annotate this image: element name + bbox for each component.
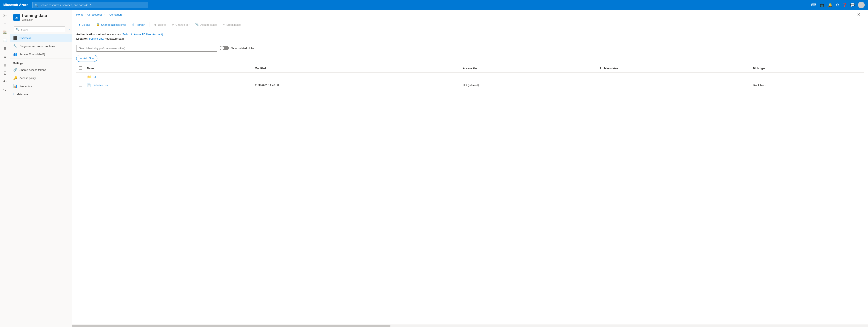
change-tier-icon: ⇄ <box>172 23 174 27</box>
nav-item-metadata-label: Metadata <box>17 93 28 96</box>
sidebar-favorites-icon[interactable]: ★ <box>1 53 9 61</box>
sidebar-create-icon[interactable]: ＋ <box>1 20 9 27</box>
nav-item-iam[interactable]: 👥 Access Control (IAM) <box>10 50 72 58</box>
close-button[interactable]: ✕ <box>854 12 864 17</box>
break-lease-label: Break lease <box>226 23 241 26</box>
archive-status-cell-1 <box>597 72 750 81</box>
iam-icon: 👥 <box>13 52 18 56</box>
breadcrumb-containers[interactable]: Containers <box>110 13 123 16</box>
row-checkbox-1[interactable] <box>79 75 82 78</box>
refresh-label: Refresh <box>136 23 145 26</box>
breadcrumb-home[interactable]: Home <box>76 13 84 16</box>
sidebar-appservices-icon[interactable]: ⊞ <box>1 61 9 69</box>
avatar[interactable] <box>858 2 865 8</box>
add-filter-icon: ⊕ <box>80 57 82 60</box>
blob-table: Name Modified Access tier Archive status <box>76 64 864 89</box>
break-lease-button[interactable]: ✂ Break lease <box>220 21 243 28</box>
sidebar-sql-icon[interactable]: 🗄 <box>1 70 9 77</box>
metadata-icon: ℹ <box>13 92 14 96</box>
location-label: Location: <box>76 37 89 40</box>
col-access-tier[interactable]: Access tier <box>460 64 597 72</box>
refresh-button[interactable]: ↺ Refresh <box>129 21 148 28</box>
container-icon: ☁ <box>15 16 18 19</box>
sidebar-allresources-icon[interactable]: ☰ <box>1 45 9 52</box>
change-tier-button[interactable]: ⇄ Change tier <box>169 21 192 28</box>
switch-to-ad-link[interactable]: (Switch to Azure AD User Account) <box>121 33 163 36</box>
col-blob-type[interactable]: Blob type <box>750 64 864 72</box>
terminal-icon[interactable]: ⌨ <box>811 3 816 7</box>
resource-header: ☁ training-data Container ··· <box>10 10 72 24</box>
nav-item-iam-label: Access Control (IAM) <box>20 53 45 56</box>
bell-icon[interactable]: 🔔 <box>828 3 832 7</box>
row-checkbox-2[interactable] <box>79 83 82 86</box>
add-filter-label: Add filter <box>83 57 94 60</box>
show-deleted-toggle[interactable] <box>220 46 229 50</box>
nav-item-shared-access[interactable]: 🔗 Shared access tokens <box>10 66 72 74</box>
auth-method-value: Access key <box>107 33 121 36</box>
col-name[interactable]: Name <box>85 64 252 72</box>
sidebar-home-icon[interactable]: 🏠 <box>1 28 9 36</box>
folder-link[interactable]: [..] <box>93 75 96 79</box>
col-modified[interactable]: Modified <box>252 64 460 72</box>
shared-access-icon: 🔗 <box>13 68 18 72</box>
blob-table-container: Name Modified Access tier Archive status <box>72 64 868 325</box>
more-button[interactable]: ··· <box>244 22 251 28</box>
folder-icon: 📁 <box>87 75 91 79</box>
acquire-lease-label: Acquire lease <box>200 23 217 26</box>
nav-item-overview[interactable]: ⬛ Overview <box>10 34 72 42</box>
top-nav-icons: ⌨ 📺 🔔 ⚙ ❓ 💬 <box>811 2 865 8</box>
breadcrumb-all-resources[interactable]: All resources <box>87 13 102 16</box>
sidebar-collapse-btn[interactable]: ≫ <box>1 11 9 19</box>
table-row[interactable]: 📄 diabetes.csv 11/4/2022, 11:49:58 ... H… <box>76 81 864 89</box>
resource-more-button[interactable]: ··· <box>65 15 69 20</box>
nav-item-overview-label: Overview <box>20 36 31 39</box>
select-all-checkbox[interactable] <box>79 66 82 70</box>
feedback-icon[interactable]: 💬 <box>850 3 855 7</box>
modified-cell-2: 11/4/2022, 11:49:58 ... <box>252 81 460 89</box>
nav-item-properties[interactable]: 📊 Properties <box>10 82 72 90</box>
properties-icon: 📊 <box>13 84 18 88</box>
blob-search-input[interactable] <box>76 45 217 52</box>
refresh-icon: ↺ <box>132 23 134 27</box>
nav-item-metadata[interactable]: ℹ Metadata <box>10 90 72 98</box>
sidebar-monitor-icon[interactable]: 👁 <box>1 78 9 85</box>
global-search-bar[interactable]: 🔍 Search resources, services, and docs (… <box>32 2 148 8</box>
nav-collapse-button[interactable]: « <box>69 27 70 31</box>
breadcrumb-sep-1: › <box>85 13 86 16</box>
file-name-cell-2: 📄 diabetes.csv <box>87 83 250 87</box>
nav-search-box[interactable]: 🔍 <box>14 27 65 32</box>
file-link[interactable]: diabetes.csv <box>93 84 108 87</box>
table-row[interactable]: 📁 [..] <box>76 72 864 81</box>
settings-icon[interactable]: ⚙ <box>836 3 839 7</box>
add-filter-button[interactable]: ⊕ Add filter <box>76 55 97 62</box>
sidebar-security-icon[interactable]: 🛡 <box>1 86 9 94</box>
col-checkbox[interactable] <box>76 64 85 72</box>
search-icon: 🔍 <box>35 3 38 7</box>
breadcrumb: Home › All resources › | Containers › ✕ <box>72 10 868 19</box>
nav-item-access-policy[interactable]: 🔑 Access policy <box>10 74 72 82</box>
help-icon[interactable]: ❓ <box>842 3 847 7</box>
sidebar-dashboard-icon[interactable]: 📊 <box>1 36 9 44</box>
lock-icon: 🔒 <box>96 23 100 27</box>
col-archive-status[interactable]: Archive status <box>597 64 750 72</box>
horizontal-scrollbar[interactable] <box>72 325 868 327</box>
archive-status-cell-2 <box>597 81 750 89</box>
nav-search-icon: 🔍 <box>16 28 20 31</box>
nav-item-access-policy-label: Access policy <box>20 77 36 80</box>
scroll-thumb[interactable] <box>72 325 391 327</box>
blob-search-row: Show deleted blobs <box>72 43 868 53</box>
nav-search-input[interactable] <box>21 28 63 31</box>
location-path-link[interactable]: training-data <box>89 37 104 40</box>
acquire-lease-button[interactable]: 📎 Acquire lease <box>193 21 219 28</box>
resource-subtitle: Container <box>22 19 47 21</box>
change-access-level-button[interactable]: 🔒 Change access level <box>93 21 128 28</box>
delete-label: Delete <box>158 23 166 26</box>
acquire-lease-icon: 📎 <box>195 23 199 27</box>
breadcrumb-sep-2: › <box>104 13 104 16</box>
cloud-shell-icon[interactable]: 📺 <box>820 3 825 7</box>
upload-button[interactable]: ↑ Upload <box>76 22 93 28</box>
delete-button[interactable]: 🗑 Delete <box>151 22 168 28</box>
blob-type-cell-1 <box>750 72 864 81</box>
nav-item-diagnose[interactable]: 🔧 Diagnose and solve problems <box>10 42 72 50</box>
resource-name: training-data <box>22 13 47 18</box>
